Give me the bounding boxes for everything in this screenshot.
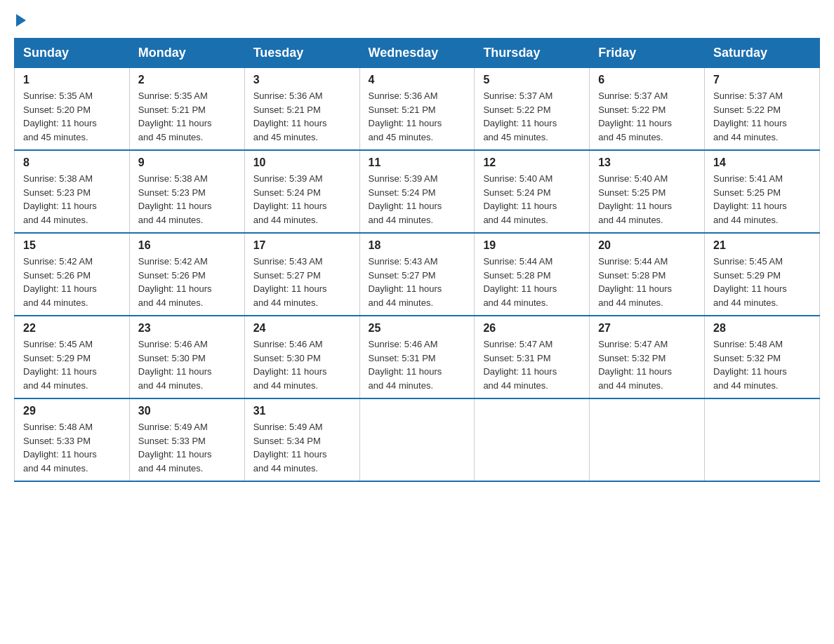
day-info: Sunrise: 5:38 AMSunset: 5:23 PMDaylight:… bbox=[138, 172, 236, 227]
day-number: 18 bbox=[369, 239, 466, 252]
table-row: 20Sunrise: 5:44 AMSunset: 5:28 PMDayligh… bbox=[590, 233, 705, 316]
day-info: Sunrise: 5:38 AMSunset: 5:23 PMDaylight:… bbox=[23, 172, 121, 227]
day-number: 3 bbox=[253, 74, 351, 86]
header-friday: Friday bbox=[590, 39, 705, 68]
table-row: 12Sunrise: 5:40 AMSunset: 5:24 PMDayligh… bbox=[475, 150, 590, 233]
logo-general-text bbox=[14, 14, 26, 28]
day-info: Sunrise: 5:37 AMSunset: 5:22 PMDaylight:… bbox=[483, 89, 581, 144]
table-row: 25Sunrise: 5:46 AMSunset: 5:31 PMDayligh… bbox=[359, 316, 475, 398]
header-monday: Monday bbox=[129, 39, 244, 68]
table-row: 19Sunrise: 5:44 AMSunset: 5:28 PMDayligh… bbox=[475, 233, 590, 316]
day-info: Sunrise: 5:35 AMSunset: 5:21 PMDaylight:… bbox=[138, 89, 236, 144]
day-number: 23 bbox=[138, 322, 236, 335]
table-row: 30Sunrise: 5:49 AMSunset: 5:33 PMDayligh… bbox=[129, 398, 244, 481]
day-info: Sunrise: 5:48 AMSunset: 5:33 PMDaylight:… bbox=[23, 420, 121, 475]
logo-arrow-icon bbox=[16, 14, 26, 27]
day-number: 6 bbox=[598, 74, 696, 86]
day-number: 27 bbox=[598, 322, 696, 335]
table-row: 17Sunrise: 5:43 AMSunset: 5:27 PMDayligh… bbox=[244, 233, 359, 316]
day-number: 7 bbox=[713, 74, 811, 86]
day-number: 11 bbox=[369, 156, 466, 169]
day-info: Sunrise: 5:45 AMSunset: 5:29 PMDaylight:… bbox=[713, 255, 811, 309]
day-info: Sunrise: 5:49 AMSunset: 5:34 PMDaylight:… bbox=[253, 420, 351, 475]
table-row: 7Sunrise: 5:37 AMSunset: 5:22 PMDaylight… bbox=[705, 68, 820, 151]
day-info: Sunrise: 5:37 AMSunset: 5:22 PMDaylight:… bbox=[598, 89, 696, 144]
table-row: 21Sunrise: 5:45 AMSunset: 5:29 PMDayligh… bbox=[705, 233, 820, 316]
day-info: Sunrise: 5:36 AMSunset: 5:21 PMDaylight:… bbox=[253, 89, 351, 144]
table-row: 9Sunrise: 5:38 AMSunset: 5:23 PMDaylight… bbox=[129, 150, 244, 233]
day-number: 25 bbox=[369, 322, 466, 335]
day-info: Sunrise: 5:36 AMSunset: 5:21 PMDaylight:… bbox=[369, 89, 466, 144]
table-row: 13Sunrise: 5:40 AMSunset: 5:25 PMDayligh… bbox=[590, 150, 705, 233]
day-info: Sunrise: 5:39 AMSunset: 5:24 PMDaylight:… bbox=[369, 172, 466, 227]
table-row: 10Sunrise: 5:39 AMSunset: 5:24 PMDayligh… bbox=[244, 150, 359, 233]
table-row bbox=[359, 398, 475, 481]
day-number: 17 bbox=[253, 239, 351, 252]
day-info: Sunrise: 5:43 AMSunset: 5:27 PMDaylight:… bbox=[369, 255, 466, 309]
day-number: 30 bbox=[138, 405, 236, 417]
day-number: 20 bbox=[598, 239, 696, 252]
day-number: 24 bbox=[253, 322, 351, 335]
day-info: Sunrise: 5:46 AMSunset: 5:31 PMDaylight:… bbox=[369, 337, 466, 392]
day-number: 8 bbox=[23, 156, 121, 169]
header-row: Sunday Monday Tuesday Wednesday Thursday… bbox=[15, 39, 820, 68]
table-row bbox=[705, 398, 820, 481]
table-row: 15Sunrise: 5:42 AMSunset: 5:26 PMDayligh… bbox=[15, 233, 130, 316]
header-tuesday: Tuesday bbox=[244, 39, 359, 68]
day-info: Sunrise: 5:45 AMSunset: 5:29 PMDaylight:… bbox=[23, 337, 121, 392]
logo bbox=[14, 14, 26, 24]
day-number: 26 bbox=[483, 322, 581, 335]
day-number: 4 bbox=[369, 74, 466, 86]
table-row: 2Sunrise: 5:35 AMSunset: 5:21 PMDaylight… bbox=[129, 68, 244, 151]
day-info: Sunrise: 5:42 AMSunset: 5:26 PMDaylight:… bbox=[23, 255, 121, 309]
day-info: Sunrise: 5:48 AMSunset: 5:32 PMDaylight:… bbox=[713, 337, 811, 392]
table-row: 3Sunrise: 5:36 AMSunset: 5:21 PMDaylight… bbox=[244, 68, 359, 151]
day-number: 12 bbox=[483, 156, 581, 169]
day-info: Sunrise: 5:40 AMSunset: 5:24 PMDaylight:… bbox=[483, 172, 581, 227]
day-number: 28 bbox=[713, 322, 811, 335]
day-number: 10 bbox=[253, 156, 351, 169]
table-row: 22Sunrise: 5:45 AMSunset: 5:29 PMDayligh… bbox=[15, 316, 130, 398]
header-saturday: Saturday bbox=[705, 39, 820, 68]
day-info: Sunrise: 5:37 AMSunset: 5:22 PMDaylight:… bbox=[713, 89, 811, 144]
day-info: Sunrise: 5:35 AMSunset: 5:20 PMDaylight:… bbox=[23, 89, 121, 144]
calendar-week-row: 22Sunrise: 5:45 AMSunset: 5:29 PMDayligh… bbox=[15, 316, 820, 398]
day-number: 15 bbox=[23, 239, 121, 252]
day-info: Sunrise: 5:40 AMSunset: 5:25 PMDaylight:… bbox=[598, 172, 696, 227]
table-row: 1Sunrise: 5:35 AMSunset: 5:20 PMDaylight… bbox=[15, 68, 130, 151]
table-row: 14Sunrise: 5:41 AMSunset: 5:25 PMDayligh… bbox=[705, 150, 820, 233]
day-number: 5 bbox=[483, 74, 581, 86]
table-row: 26Sunrise: 5:47 AMSunset: 5:31 PMDayligh… bbox=[475, 316, 590, 398]
day-number: 29 bbox=[23, 405, 121, 417]
day-info: Sunrise: 5:46 AMSunset: 5:30 PMDaylight:… bbox=[253, 337, 351, 392]
day-info: Sunrise: 5:39 AMSunset: 5:24 PMDaylight:… bbox=[253, 172, 351, 227]
table-row: 23Sunrise: 5:46 AMSunset: 5:30 PMDayligh… bbox=[129, 316, 244, 398]
table-row: 11Sunrise: 5:39 AMSunset: 5:24 PMDayligh… bbox=[359, 150, 475, 233]
day-info: Sunrise: 5:43 AMSunset: 5:27 PMDaylight:… bbox=[253, 255, 351, 309]
day-number: 16 bbox=[138, 239, 236, 252]
table-row: 24Sunrise: 5:46 AMSunset: 5:30 PMDayligh… bbox=[244, 316, 359, 398]
day-info: Sunrise: 5:44 AMSunset: 5:28 PMDaylight:… bbox=[598, 255, 696, 309]
day-number: 19 bbox=[483, 239, 581, 252]
header-thursday: Thursday bbox=[475, 39, 590, 68]
day-number: 22 bbox=[23, 322, 121, 335]
calendar-week-row: 15Sunrise: 5:42 AMSunset: 5:26 PMDayligh… bbox=[15, 233, 820, 316]
day-info: Sunrise: 5:42 AMSunset: 5:26 PMDaylight:… bbox=[138, 255, 236, 309]
day-number: 31 bbox=[253, 405, 351, 417]
page-header bbox=[14, 14, 820, 24]
day-info: Sunrise: 5:46 AMSunset: 5:30 PMDaylight:… bbox=[138, 337, 236, 392]
calendar-week-row: 1Sunrise: 5:35 AMSunset: 5:20 PMDaylight… bbox=[15, 68, 820, 151]
day-info: Sunrise: 5:44 AMSunset: 5:28 PMDaylight:… bbox=[483, 255, 581, 309]
day-number: 14 bbox=[713, 156, 811, 169]
table-row: 27Sunrise: 5:47 AMSunset: 5:32 PMDayligh… bbox=[590, 316, 705, 398]
day-number: 21 bbox=[713, 239, 811, 252]
table-row bbox=[590, 398, 705, 481]
calendar-week-row: 29Sunrise: 5:48 AMSunset: 5:33 PMDayligh… bbox=[15, 398, 820, 481]
header-wednesday: Wednesday bbox=[359, 39, 475, 68]
table-row bbox=[475, 398, 590, 481]
table-row: 18Sunrise: 5:43 AMSunset: 5:27 PMDayligh… bbox=[359, 233, 475, 316]
table-row: 4Sunrise: 5:36 AMSunset: 5:21 PMDaylight… bbox=[359, 68, 475, 151]
day-info: Sunrise: 5:49 AMSunset: 5:33 PMDaylight:… bbox=[138, 420, 236, 475]
day-number: 2 bbox=[138, 74, 236, 86]
calendar-week-row: 8Sunrise: 5:38 AMSunset: 5:23 PMDaylight… bbox=[15, 150, 820, 233]
